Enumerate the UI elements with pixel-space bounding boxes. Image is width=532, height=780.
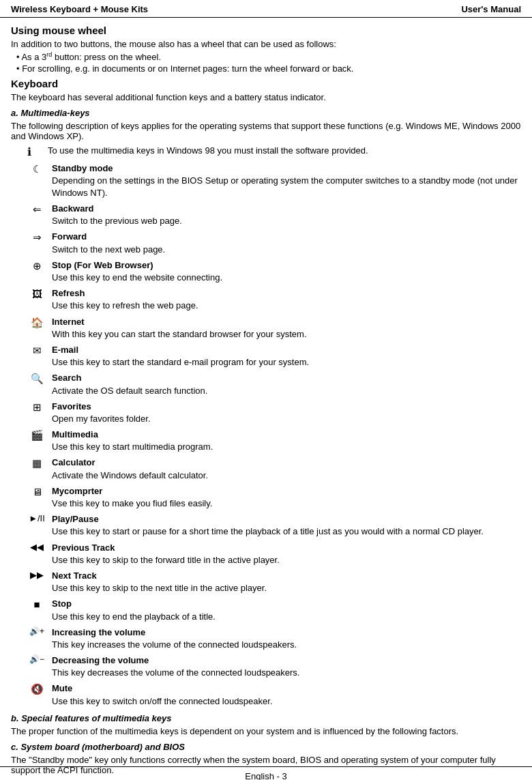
email-icon: ✉ <box>27 344 46 358</box>
next-track-icon: ▶▶ <box>27 570 46 581</box>
main-content: Using mouse wheel In addition to two but… <box>0 25 532 780</box>
key-vol-down: 🔊− Decreasing the volumeThis key decreas… <box>27 654 521 679</box>
backward-icon: ⇐ <box>27 203 46 216</box>
key-mute-desc: MuteUse this key to switch on/off the co… <box>52 682 273 707</box>
mouse-wheel-intro: In addition to two buttons, the mouse al… <box>11 39 521 49</box>
search-icon: 🔍 <box>27 372 46 386</box>
key-vol-down-desc: Decreasing the volumeThis key decreases … <box>52 654 300 679</box>
standby-icon: ☾ <box>27 162 46 176</box>
keyboard-heading: Keyboard <box>11 78 521 89</box>
key-multimedia: 🎬 MultimediaUse this key to start multim… <box>27 429 521 453</box>
key-stop-desc: StopUse this key to end the playback of … <box>52 598 216 622</box>
playpause-icon: ►/II <box>27 513 46 525</box>
favorites-icon: ⊞ <box>27 401 46 414</box>
manual-title: User's Manual <box>461 4 521 14</box>
key-next-track-desc: Next TrackUse this key to skip to the ne… <box>52 570 267 594</box>
calculator-icon: ▦ <box>27 457 46 470</box>
info-note: ℹ To use the multimedia keys in Windows … <box>27 145 521 158</box>
page-header: Wireless Keyboard + Mouse Kits User's Ma… <box>0 0 532 18</box>
internet-icon: 🏠 <box>27 316 46 330</box>
key-forward: ⇒ ForwardSwitch to the next web page. <box>27 231 521 255</box>
key-stop: ■ StopUse this key to end the playback o… <box>27 598 521 622</box>
stop-icon: ■ <box>27 598 46 611</box>
key-calculator: ▦ CalculatorActivate the Windows default… <box>27 457 521 481</box>
vol-up-icon: 🔊+ <box>27 626 46 637</box>
refresh-icon: 🖼 <box>27 287 46 301</box>
key-calculator-desc: CalculatorActivate the Windows default c… <box>52 457 208 481</box>
key-vol-up: 🔊+ Increasing the volumeThis key increas… <box>27 626 521 651</box>
key-internet: 🏠 InternetWith this key you can start th… <box>27 316 521 341</box>
special-features-heading: b. Special features of multimedia keys <box>11 713 521 723</box>
mycomputer-icon: 🖥 <box>27 485 46 499</box>
vol-down-icon: 🔊− <box>27 654 46 665</box>
stop-browser-icon: ⊕ <box>27 259 46 273</box>
key-standby: ☾ Standby modeDepending on the settings … <box>27 162 521 200</box>
special-features-text: The proper function of the multimedia ke… <box>11 726 521 736</box>
key-mute: 🔇 MuteUse this key to switch on/off the … <box>27 682 521 707</box>
key-favorites: ⊞ FavoritesOpen my favorites folder. <box>27 401 521 425</box>
key-playpause-desc: Play/PauseUse this key to start or pause… <box>52 513 484 538</box>
prev-track-icon: ◀◀ <box>27 542 46 553</box>
key-favorites-desc: FavoritesOpen my favorites folder. <box>52 401 151 425</box>
key-mycomputer-desc: MycomprterVse this key to make you fiud … <box>52 485 212 510</box>
system-board-heading: c. System board (motherboard) and BIOS <box>11 742 521 752</box>
mouse-wheel-heading: Using mouse wheel <box>11 25 521 36</box>
key-backward-desc: BackwardSwitch to the previous web page. <box>52 203 182 227</box>
bullet-3rd-button: • As a 3rd button: press on the wheel. <box>16 51 521 62</box>
keyboard-intro: The keyboard has several additional func… <box>11 92 521 102</box>
page-footer: English - 3 <box>0 766 532 780</box>
key-multimedia-desc: MultimediaUse this key to start multimed… <box>52 429 213 453</box>
key-internet-desc: InternetWith this key you can start the … <box>52 316 307 341</box>
key-playpause: ►/II Play/PauseUse this key to start or … <box>27 513 521 538</box>
info-icon: ℹ <box>27 145 45 158</box>
key-prev-track-desc: Previous TrackUse this key to skip to th… <box>52 542 280 566</box>
key-standby-desc: Standby modeDepending on the settings in… <box>52 162 521 200</box>
footer-text: English - 3 <box>245 771 286 780</box>
multimedia-intro: The following description of keys applie… <box>11 121 521 141</box>
key-refresh: 🖼 RefreshUse this key to refresh the web… <box>27 287 521 312</box>
key-backward: ⇐ BackwardSwitch to the previous web pag… <box>27 203 521 227</box>
key-email-desc: E-mailUse this key to start the standard… <box>52 344 309 369</box>
key-vol-up-desc: Increasing the volumeThis key increases … <box>52 626 297 651</box>
key-refresh-desc: RefreshUse this key to refresh the web p… <box>52 287 198 312</box>
forward-icon: ⇒ <box>27 231 46 244</box>
key-stop-browser: ⊕ Stop (For Web Browser)Use this key to … <box>27 259 521 284</box>
key-stop-browser-desc: Stop (For Web Browser)Use this key to en… <box>52 259 222 284</box>
key-mycomputer: 🖥 MycomprterVse this key to make you fiu… <box>27 485 521 510</box>
mute-icon: 🔇 <box>27 682 46 696</box>
key-next-track: ▶▶ Next TrackUse this key to skip to the… <box>27 570 521 594</box>
product-title: Wireless Keyboard + Mouse Kits <box>11 4 148 14</box>
key-prev-track: ◀◀ Previous TrackUse this key to skip to… <box>27 542 521 566</box>
multimedia-keys-heading: a. Multimedia-keys <box>11 108 521 118</box>
key-email: ✉ E-mailUse this key to start the standa… <box>27 344 521 369</box>
key-forward-desc: ForwardSwitch to the next web page. <box>52 231 165 255</box>
multimedia-icon: 🎬 <box>27 429 46 442</box>
key-search: 🔍 SearchActivate the OS default search f… <box>27 372 521 396</box>
info-note-text: To use the multimedia keys in Windows 98… <box>48 145 368 156</box>
bullet-scrolling: • For scrolling, e.g. in documents or on… <box>16 63 521 74</box>
key-search-desc: SearchActivate the OS default search fun… <box>52 372 207 396</box>
